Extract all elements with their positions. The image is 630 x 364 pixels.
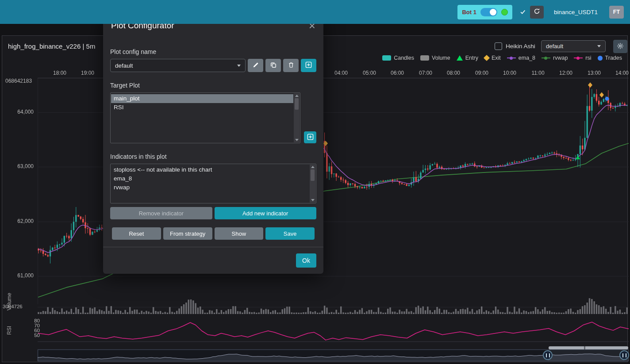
scrollbar-thumb: [311, 169, 315, 181]
rvwap-legend-marker-icon: [542, 57, 550, 58]
ema_8-legend-marker-icon: [507, 57, 516, 58]
legend-label: Exit: [492, 55, 501, 61]
rename-config-button[interactable]: [248, 59, 263, 72]
indicator-actions-row: Remove indicator Add new indicator: [110, 207, 316, 219]
plus-square-icon: [307, 134, 314, 142]
legend-dot: [544, 57, 547, 60]
refresh-button[interactable]: [530, 6, 544, 19]
legend-dot: [510, 57, 513, 60]
legend-item-entry[interactable]: Entry: [457, 55, 478, 61]
ok-button[interactable]: Ok: [296, 253, 316, 268]
plot-config-name-value: default: [115, 62, 133, 69]
app-root: high_frog_binance_v226 | 5m Heikin Ashi …: [0, 0, 630, 364]
datazoom-handle-left[interactable]: [543, 350, 553, 360]
legend-item-candles[interactable]: Candles: [382, 55, 414, 61]
check-icon: [520, 9, 526, 15]
top-navbar: Bot 1 binance_USDT1 FT: [0, 0, 630, 24]
save-button[interactable]: Save: [265, 227, 315, 240]
exit-legend-marker-icon: [484, 55, 490, 61]
show-button[interactable]: Show: [215, 227, 264, 240]
legend-item-trades[interactable]: Trades: [598, 55, 622, 61]
add-plot-button[interactable]: [304, 131, 316, 143]
listbox-scrollbar[interactable]: [294, 93, 300, 142]
plot-configurator-modal: Plot Configurator × Plot config name def…: [103, 14, 323, 274]
add-config-button[interactable]: [301, 59, 316, 72]
plus-square-icon: [305, 61, 312, 69]
chevron-down-icon: [237, 65, 241, 67]
user-avatar-button[interactable]: FT: [609, 6, 624, 19]
copy-icon: [270, 62, 277, 69]
horizontal-scrollbar-thumb[interactable]: [549, 346, 628, 349]
target-plot-row: main_plotRSI: [110, 92, 316, 143]
plot-config-name-label: Plot config name: [110, 48, 316, 55]
legend-label: Trades: [605, 55, 622, 61]
legend-item-ema_8[interactable]: ema_8: [507, 55, 535, 61]
list-option[interactable]: main_plot: [111, 94, 293, 103]
legend-label: rvwap: [553, 55, 568, 61]
config-actions-row: Reset From strategy Show Save: [112, 227, 315, 240]
duplicate-config-button[interactable]: [265, 59, 281, 72]
scrollbar-thumb: [295, 98, 299, 110]
volume-legend-marker-icon: [420, 55, 429, 61]
legend-label: Candles: [394, 55, 414, 61]
plot-config-select-value: default: [546, 43, 563, 50]
indicators-listbox[interactable]: stoploss <-- not available in this chart…: [110, 164, 316, 203]
listbox-scrollbar[interactable]: [310, 165, 315, 203]
from-strategy-button[interactable]: From strategy: [163, 227, 212, 240]
bot-name-label: binance_USDT1: [554, 9, 598, 15]
plot-config-name-row: default: [110, 59, 316, 72]
bot-online-indicator: [501, 9, 508, 15]
scroll-down-icon: [295, 139, 299, 141]
target-plot-label: Target Plot: [110, 82, 316, 89]
list-option[interactable]: RSI: [111, 103, 293, 112]
toggle-knob: [490, 9, 496, 15]
datazoom-handle-right[interactable]: [619, 350, 629, 360]
scroll-down-icon: [311, 199, 315, 201]
scroll-up-icon: [311, 166, 315, 168]
reset-button[interactable]: Reset: [112, 227, 161, 240]
refresh-icon: [534, 8, 540, 16]
legend-item-exit[interactable]: Exit: [484, 55, 501, 61]
bot-enabled-toggle[interactable]: [480, 8, 497, 16]
plot-configurator-button[interactable]: [613, 40, 627, 53]
legend-label: rsi: [585, 55, 591, 61]
candles-legend-marker-icon: [382, 55, 391, 61]
indicators-label: Indicators in this plot: [110, 153, 316, 160]
add-new-indicator-button[interactable]: Add new indicator: [215, 207, 317, 219]
scroll-up-icon: [295, 95, 299, 97]
legend-label: Volume: [432, 55, 450, 61]
legend-dot: [576, 57, 580, 60]
bot-pill-label: Bot 1: [462, 9, 476, 15]
plot-config-select[interactable]: default: [541, 40, 606, 52]
drag-handle-icon: [622, 353, 626, 357]
modal-body: Plot config name default: [103, 48, 323, 240]
chart-legend: CandlesVolumeEntryExitema_8rvwaprsiTrade…: [382, 55, 622, 61]
rsi-legend-marker-icon: [574, 57, 583, 58]
heikin-ashi-label: Heikin Ashi: [506, 43, 535, 50]
heikin-ashi-checkbox[interactable]: [495, 42, 502, 50]
legend-label: Entry: [465, 55, 478, 61]
remove-indicator-button[interactable]: Remove indicator: [110, 207, 212, 219]
entry-legend-marker-icon: [457, 55, 463, 61]
target-plot-listbox[interactable]: main_plotRSI: [110, 92, 300, 143]
trades-legend-marker-icon: [598, 56, 603, 61]
legend-item-rsi[interactable]: rsi: [574, 55, 591, 61]
trash-icon: [288, 62, 294, 69]
plot-config-name-select[interactable]: default: [110, 59, 246, 72]
legend-item-rvwap[interactable]: rvwap: [542, 55, 568, 61]
list-option[interactable]: ema_8: [111, 174, 309, 183]
gear-icon: [617, 42, 624, 51]
delete-config-button[interactable]: [283, 59, 299, 72]
heikin-ashi-control: Heikin Ashi: [495, 42, 535, 50]
drag-handle-icon: [546, 353, 550, 357]
bot-selector-pill[interactable]: Bot 1: [457, 5, 512, 19]
modal-footer: Ok: [103, 247, 323, 274]
list-option[interactable]: stoploss <-- not available in this chart: [111, 165, 309, 174]
pencil-icon: [253, 62, 259, 69]
list-option[interactable]: rvwap: [111, 183, 309, 192]
legend-item-volume[interactable]: Volume: [420, 55, 450, 61]
chevron-down-icon: [597, 45, 601, 47]
legend-label: ema_8: [519, 55, 535, 61]
